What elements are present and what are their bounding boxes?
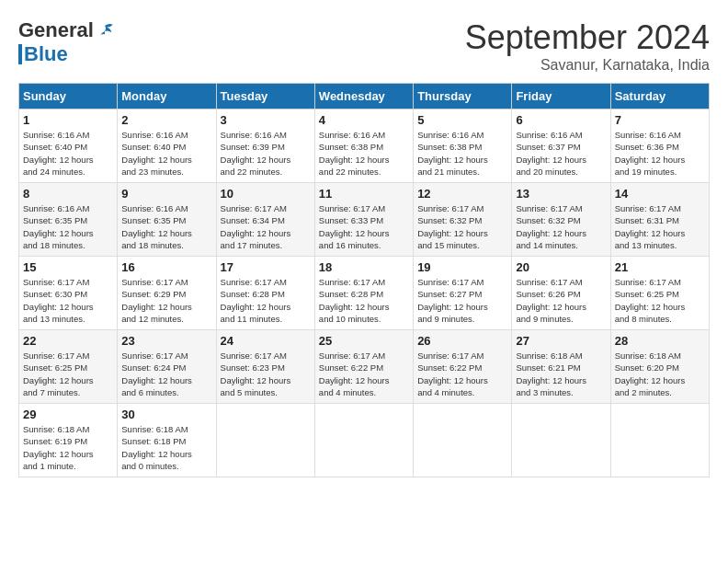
calendar-cell: 15 Sunrise: 6:17 AM Sunset: 6:30 PM Dayl… bbox=[19, 257, 118, 330]
day-info: Sunrise: 6:17 AM Sunset: 6:27 PM Dayligh… bbox=[417, 276, 507, 325]
calendar-cell: 5 Sunrise: 6:16 AM Sunset: 6:38 PM Dayli… bbox=[414, 109, 512, 183]
calendar-cell bbox=[512, 404, 610, 477]
calendar-cell: 1 Sunrise: 6:16 AM Sunset: 6:40 PM Dayli… bbox=[19, 109, 118, 183]
day-info: Sunrise: 6:17 AM Sunset: 6:28 PM Dayligh… bbox=[319, 276, 409, 325]
weekday-header-saturday: Saturday bbox=[610, 84, 709, 109]
calendar-cell bbox=[610, 404, 709, 477]
calendar-cell: 19 Sunrise: 6:17 AM Sunset: 6:27 PM Dayl… bbox=[414, 257, 512, 330]
calendar-cell: 21 Sunrise: 6:17 AM Sunset: 6:25 PM Dayl… bbox=[610, 257, 709, 330]
weekday-header-tuesday: Tuesday bbox=[216, 84, 314, 109]
day-info: Sunrise: 6:17 AM Sunset: 6:24 PM Dayligh… bbox=[121, 350, 211, 398]
day-number: 17 bbox=[221, 260, 311, 274]
weekday-header-sunday: Sunday bbox=[19, 84, 118, 109]
day-info: Sunrise: 6:17 AM Sunset: 6:25 PM Dayligh… bbox=[23, 350, 113, 398]
day-info: Sunrise: 6:16 AM Sunset: 6:38 PM Dayligh… bbox=[319, 129, 409, 178]
calendar-cell bbox=[314, 404, 413, 477]
calendar-cell: 12 Sunrise: 6:17 AM Sunset: 6:32 PM Dayl… bbox=[414, 183, 512, 257]
page-header: General Blue September 2024 Savanur, Kar… bbox=[18, 18, 710, 74]
day-info: Sunrise: 6:17 AM Sunset: 6:32 PM Dayligh… bbox=[516, 202, 606, 251]
calendar-cell: 30 Sunrise: 6:18 AM Sunset: 6:18 PM Dayl… bbox=[118, 404, 216, 477]
day-number: 20 bbox=[516, 260, 606, 274]
day-number: 19 bbox=[417, 260, 507, 274]
day-info: Sunrise: 6:16 AM Sunset: 6:40 PM Dayligh… bbox=[121, 129, 211, 178]
day-info: Sunrise: 6:18 AM Sunset: 6:21 PM Dayligh… bbox=[516, 350, 606, 398]
calendar-table: SundayMondayTuesdayWednesdayThursdayFrid… bbox=[18, 83, 710, 477]
day-number: 30 bbox=[121, 408, 211, 421]
calendar-cell: 28 Sunrise: 6:18 AM Sunset: 6:20 PM Dayl… bbox=[610, 330, 709, 404]
calendar-week-5: 29 Sunrise: 6:18 AM Sunset: 6:19 PM Dayl… bbox=[19, 404, 710, 477]
day-info: Sunrise: 6:17 AM Sunset: 6:23 PM Dayligh… bbox=[221, 350, 311, 398]
calendar-cell: 26 Sunrise: 6:17 AM Sunset: 6:22 PM Dayl… bbox=[414, 330, 512, 404]
day-info: Sunrise: 6:17 AM Sunset: 6:25 PM Dayligh… bbox=[615, 276, 705, 325]
day-number: 25 bbox=[319, 334, 409, 348]
weekday-header-row: SundayMondayTuesdayWednesdayThursdayFrid… bbox=[19, 84, 710, 109]
calendar-cell: 10 Sunrise: 6:17 AM Sunset: 6:34 PM Dayl… bbox=[216, 183, 314, 257]
calendar-cell: 29 Sunrise: 6:18 AM Sunset: 6:19 PM Dayl… bbox=[19, 404, 118, 477]
calendar-cell: 11 Sunrise: 6:17 AM Sunset: 6:33 PM Dayl… bbox=[314, 183, 413, 257]
day-info: Sunrise: 6:16 AM Sunset: 6:40 PM Dayligh… bbox=[23, 129, 113, 178]
calendar-cell: 3 Sunrise: 6:16 AM Sunset: 6:39 PM Dayli… bbox=[216, 109, 314, 183]
logo-general-text: General bbox=[18, 18, 94, 42]
day-info: Sunrise: 6:17 AM Sunset: 6:32 PM Dayligh… bbox=[417, 202, 507, 251]
day-info: Sunrise: 6:16 AM Sunset: 6:35 PM Dayligh… bbox=[121, 202, 211, 251]
calendar-week-2: 8 Sunrise: 6:16 AM Sunset: 6:35 PM Dayli… bbox=[19, 183, 710, 257]
day-number: 11 bbox=[319, 187, 409, 201]
day-number: 2 bbox=[121, 113, 211, 127]
day-number: 6 bbox=[516, 113, 606, 127]
day-info: Sunrise: 6:16 AM Sunset: 6:37 PM Dayligh… bbox=[516, 129, 606, 178]
day-number: 15 bbox=[23, 260, 113, 274]
day-info: Sunrise: 6:17 AM Sunset: 6:33 PM Dayligh… bbox=[319, 202, 409, 251]
calendar-cell: 23 Sunrise: 6:17 AM Sunset: 6:24 PM Dayl… bbox=[118, 330, 216, 404]
day-number: 1 bbox=[23, 113, 113, 127]
day-info: Sunrise: 6:16 AM Sunset: 6:38 PM Dayligh… bbox=[417, 129, 507, 178]
day-number: 24 bbox=[221, 334, 311, 348]
day-info: Sunrise: 6:17 AM Sunset: 6:22 PM Dayligh… bbox=[417, 350, 507, 398]
day-info: Sunrise: 6:17 AM Sunset: 6:29 PM Dayligh… bbox=[121, 276, 211, 325]
day-number: 13 bbox=[516, 187, 606, 201]
calendar-cell bbox=[216, 404, 314, 477]
day-number: 8 bbox=[23, 187, 113, 201]
logo-blue-text: Blue bbox=[24, 42, 68, 66]
day-number: 9 bbox=[121, 187, 211, 201]
weekday-header-friday: Friday bbox=[512, 84, 610, 109]
calendar-cell: 13 Sunrise: 6:17 AM Sunset: 6:32 PM Dayl… bbox=[512, 183, 610, 257]
day-number: 14 bbox=[615, 187, 705, 201]
day-number: 21 bbox=[615, 260, 705, 274]
day-number: 23 bbox=[121, 334, 211, 348]
calendar-cell: 6 Sunrise: 6:16 AM Sunset: 6:37 PM Dayli… bbox=[512, 109, 610, 183]
calendar-cell bbox=[414, 404, 512, 477]
weekday-header-monday: Monday bbox=[118, 84, 216, 109]
calendar-cell: 22 Sunrise: 6:17 AM Sunset: 6:25 PM Dayl… bbox=[19, 330, 118, 404]
day-number: 7 bbox=[615, 113, 705, 127]
day-info: Sunrise: 6:17 AM Sunset: 6:31 PM Dayligh… bbox=[615, 202, 705, 251]
location-subtitle: Savanur, Karnataka, India bbox=[465, 57, 710, 74]
title-block: September 2024 Savanur, Karnataka, India bbox=[465, 18, 710, 74]
day-info: Sunrise: 6:16 AM Sunset: 6:35 PM Dayligh… bbox=[23, 202, 113, 251]
logo-bird-icon bbox=[96, 21, 114, 40]
calendar-cell: 4 Sunrise: 6:16 AM Sunset: 6:38 PM Dayli… bbox=[314, 109, 413, 183]
calendar-cell: 14 Sunrise: 6:17 AM Sunset: 6:31 PM Dayl… bbox=[610, 183, 709, 257]
calendar-cell: 25 Sunrise: 6:17 AM Sunset: 6:22 PM Dayl… bbox=[314, 330, 413, 404]
calendar-week-3: 15 Sunrise: 6:17 AM Sunset: 6:30 PM Dayl… bbox=[19, 257, 710, 330]
calendar-cell: 18 Sunrise: 6:17 AM Sunset: 6:28 PM Dayl… bbox=[314, 257, 413, 330]
day-number: 12 bbox=[417, 187, 507, 201]
calendar-cell: 24 Sunrise: 6:17 AM Sunset: 6:23 PM Dayl… bbox=[216, 330, 314, 404]
day-number: 18 bbox=[319, 260, 409, 274]
day-number: 10 bbox=[221, 187, 311, 201]
calendar-cell: 16 Sunrise: 6:17 AM Sunset: 6:29 PM Dayl… bbox=[118, 257, 216, 330]
day-number: 26 bbox=[417, 334, 507, 348]
day-info: Sunrise: 6:17 AM Sunset: 6:26 PM Dayligh… bbox=[516, 276, 606, 325]
day-number: 27 bbox=[516, 334, 606, 348]
calendar-cell: 9 Sunrise: 6:16 AM Sunset: 6:35 PM Dayli… bbox=[118, 183, 216, 257]
day-info: Sunrise: 6:18 AM Sunset: 6:19 PM Dayligh… bbox=[23, 423, 113, 472]
day-number: 28 bbox=[615, 334, 705, 348]
weekday-header-thursday: Thursday bbox=[414, 84, 512, 109]
calendar-week-1: 1 Sunrise: 6:16 AM Sunset: 6:40 PM Dayli… bbox=[19, 109, 710, 183]
logo: General Blue bbox=[18, 18, 114, 66]
day-info: Sunrise: 6:16 AM Sunset: 6:39 PM Dayligh… bbox=[221, 129, 311, 178]
calendar-cell: 20 Sunrise: 6:17 AM Sunset: 6:26 PM Dayl… bbox=[512, 257, 610, 330]
day-info: Sunrise: 6:16 AM Sunset: 6:36 PM Dayligh… bbox=[615, 129, 705, 178]
calendar-cell: 27 Sunrise: 6:18 AM Sunset: 6:21 PM Dayl… bbox=[512, 330, 610, 404]
day-info: Sunrise: 6:17 AM Sunset: 6:28 PM Dayligh… bbox=[221, 276, 311, 325]
day-info: Sunrise: 6:18 AM Sunset: 6:20 PM Dayligh… bbox=[615, 350, 705, 398]
